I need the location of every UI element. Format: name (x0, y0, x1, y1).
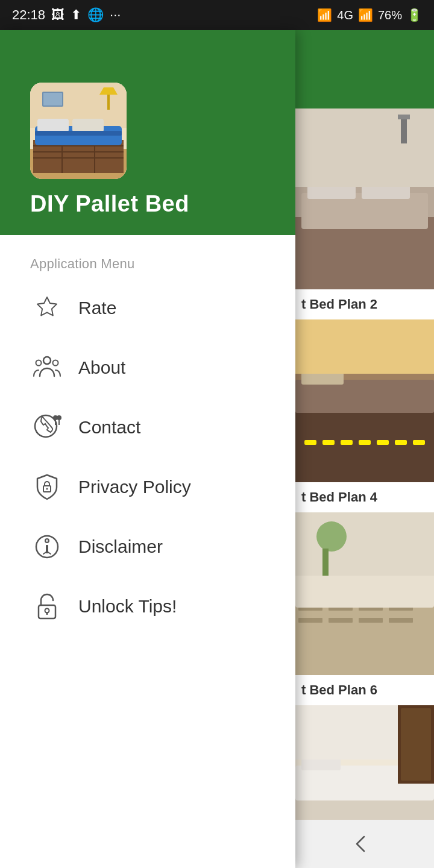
bed-plan-label-3[interactable]: t Bed Plan 6 (295, 675, 434, 705)
clock: 22:18 (12, 7, 45, 23)
info-icon: i (30, 530, 63, 563)
unlock-tips-label: Unlock Tips! (78, 596, 177, 617)
menu-item-about[interactable]: About (0, 338, 295, 397)
people-icon (30, 351, 63, 384)
drawer-header: DIY Pallet Bed (0, 30, 295, 235)
signal-icon-2: 📶 (358, 8, 373, 22)
bed-plan-label-1[interactable]: t Bed Plan 2 (295, 289, 434, 319)
svg-rect-33 (322, 549, 329, 576)
svg-point-63 (57, 415, 61, 420)
svg-point-67 (46, 488, 48, 489)
bed-plan-1-text: t Bed Plan 2 (301, 297, 377, 312)
svg-rect-17 (377, 440, 389, 445)
svg-rect-74 (46, 612, 48, 615)
svg-rect-56 (72, 119, 104, 132)
bed-image-1 (295, 108, 434, 289)
star-icon (30, 291, 63, 324)
svg-rect-44 (43, 93, 62, 105)
svg-point-32 (316, 521, 347, 552)
gallery-icon: 🖼 (51, 7, 64, 23)
svg-rect-10 (295, 380, 434, 413)
bed-plan-2-text: t Bed Plan 4 (301, 489, 377, 505)
bed-plan-2-image (295, 319, 434, 482)
svg-rect-27 (329, 618, 353, 623)
bg-green-header (295, 30, 434, 108)
disclaimer-label: Disclaimer (78, 536, 163, 557)
menu-section-label: Application Menu (0, 247, 295, 278)
svg-point-58 (43, 357, 51, 364)
menu-item-disclaimer[interactable]: i Disclaimer (0, 517, 295, 576)
app-title: DIY Pallet Bed (30, 191, 189, 217)
app-icon (30, 83, 127, 179)
bed-image-3 (295, 512, 434, 675)
shield-icon (30, 470, 63, 503)
status-bar: 22:18 🖼 ⬆ 🌐 ··· 📶 4G 📶 76% 🔋 (0, 0, 434, 30)
svg-rect-13 (304, 440, 316, 445)
about-label: About (78, 357, 125, 378)
signal-icon: 📶 (317, 8, 332, 22)
svg-rect-57 (35, 131, 122, 136)
more-icon: ··· (110, 7, 121, 23)
svg-rect-28 (359, 618, 383, 623)
battery-icon: 🔋 (407, 8, 422, 22)
svg-rect-19 (413, 440, 425, 445)
menu-item-rate[interactable]: Rate (0, 278, 295, 338)
menu-section: Application Menu Rate (0, 235, 295, 648)
nav-back-button[interactable] (344, 826, 380, 862)
drawer-overlay: DIY Pallet Bed Application Menu Rate (0, 30, 295, 868)
menu-item-contact[interactable]: Contact (0, 397, 295, 457)
svg-rect-55 (37, 119, 69, 132)
svg-point-59 (36, 360, 41, 365)
bed-plan-3-text: t Bed Plan 6 (301, 682, 377, 698)
weather-icon: 🌐 (87, 7, 104, 23)
privacy-policy-label: Privacy Policy (78, 477, 191, 497)
svg-rect-5 (295, 108, 434, 187)
svg-rect-14 (322, 440, 335, 445)
lock-icon (30, 590, 63, 623)
battery-level: 76% (378, 8, 402, 22)
network-type: 4G (337, 8, 353, 22)
svg-rect-29 (389, 618, 413, 623)
rate-label: Rate (78, 298, 116, 318)
svg-rect-26 (298, 618, 322, 623)
bed-plan-label-2[interactable]: t Bed Plan 4 (295, 482, 434, 512)
svg-rect-12 (295, 319, 434, 374)
contact-label: Contact (78, 417, 140, 438)
menu-item-unlock[interactable]: Unlock Tips! (0, 576, 295, 636)
bed-image-2 (295, 319, 434, 482)
bed-plan-1-image (295, 108, 434, 289)
menu-item-privacy[interactable]: Privacy Policy (0, 457, 295, 517)
svg-rect-6 (398, 115, 410, 119)
svg-point-60 (52, 360, 58, 365)
app-icon-inner (30, 83, 127, 179)
phone-icon (30, 410, 63, 444)
status-right: 📶 4G 📶 76% 🔋 (317, 8, 422, 22)
svg-rect-40 (401, 708, 431, 781)
svg-rect-7 (401, 119, 407, 143)
svg-rect-16 (359, 440, 371, 445)
bed-plan-3-image (295, 512, 434, 675)
svg-rect-21 (295, 603, 434, 675)
main-container: t Bed Plan 2 (0, 30, 434, 868)
svg-rect-31 (295, 512, 434, 576)
status-left: 22:18 🖼 ⬆ 🌐 ··· (12, 7, 121, 23)
svg-rect-18 (395, 440, 407, 445)
upload-icon: ⬆ (71, 7, 81, 23)
svg-rect-30 (295, 573, 434, 608)
svg-rect-15 (341, 440, 353, 445)
